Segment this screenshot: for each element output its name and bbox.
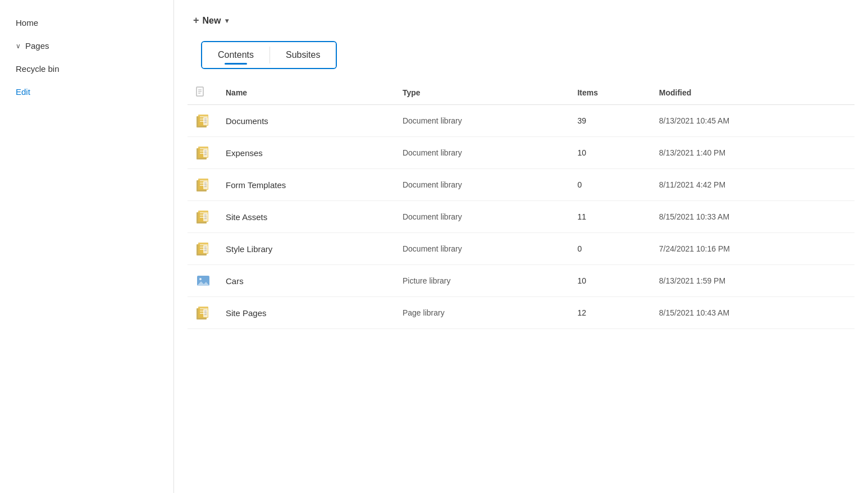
svg-rect-24 xyxy=(200,180,208,181)
row-type: Document library xyxy=(396,137,571,169)
table-row[interactable]: Expenses Document library 10 8/13/2021 1… xyxy=(188,137,855,169)
row-icon-cell xyxy=(188,201,219,233)
svg-rect-33 xyxy=(200,212,208,213)
row-icon-cell xyxy=(188,297,219,329)
toolbar: + New ▾ xyxy=(174,0,868,35)
row-icon-cell xyxy=(188,265,219,297)
row-name[interactable]: Documents xyxy=(219,105,396,137)
row-name[interactable]: Site Assets xyxy=(219,201,396,233)
edit-label: Edit xyxy=(16,87,30,97)
table-row[interactable]: Site Pages Page library 12 8/15/2021 10:… xyxy=(188,297,855,329)
recycle-bin-label: Recycle bin xyxy=(16,64,60,74)
row-items: 12 xyxy=(570,297,652,329)
row-modified: 8/13/2021 1:40 PM xyxy=(652,137,855,169)
row-icon xyxy=(194,145,212,161)
sidebar: Home ∨ Pages Recycle bin Edit xyxy=(0,0,174,493)
tab-subsites-label: Subsites xyxy=(286,50,320,60)
table-row[interactable]: Cars Picture library 10 8/13/2021 1:59 P… xyxy=(188,265,855,297)
row-icon xyxy=(194,305,212,321)
table-row[interactable]: Site Assets Document library 11 8/15/202… xyxy=(188,201,855,233)
row-icon xyxy=(194,209,212,225)
row-modified: 8/13/2021 1:59 PM xyxy=(652,265,855,297)
row-type: Document library xyxy=(396,105,571,137)
row-items: 10 xyxy=(570,137,652,169)
table-row[interactable]: Form Templates Document library 0 8/11/2… xyxy=(188,169,855,201)
row-items: 0 xyxy=(570,233,652,265)
chevron-down-icon: ▾ xyxy=(225,17,229,25)
table-area: Name Type Items Modified Documents Do xyxy=(174,69,868,493)
row-icon xyxy=(194,177,212,193)
row-type: Document library xyxy=(396,201,571,233)
svg-rect-9 xyxy=(203,117,208,125)
row-items: 10 xyxy=(570,265,652,297)
sidebar-item-recycle-bin[interactable]: Recycle bin xyxy=(0,57,173,80)
tab-contents[interactable]: Contents xyxy=(202,42,269,68)
svg-rect-6 xyxy=(200,116,208,117)
row-type: Document library xyxy=(396,233,571,265)
table-body: Documents Document library 39 8/13/2021 … xyxy=(188,105,855,329)
row-items: 0 xyxy=(570,169,652,201)
row-items: 11 xyxy=(570,201,652,233)
row-name[interactable]: Expenses xyxy=(219,137,396,169)
row-icon xyxy=(194,273,212,289)
svg-rect-27 xyxy=(203,181,208,189)
row-type: Page library xyxy=(396,297,571,329)
svg-rect-45 xyxy=(203,245,208,253)
svg-rect-36 xyxy=(203,213,208,221)
tab-container: Contents Subsites xyxy=(201,41,337,69)
row-icon-cell xyxy=(188,105,219,137)
svg-rect-57 xyxy=(203,309,208,317)
svg-rect-54 xyxy=(200,308,208,309)
header-doc-icon xyxy=(194,90,205,99)
row-modified: 7/24/2021 10:16 PM xyxy=(652,233,855,265)
sidebar-item-edit[interactable]: Edit xyxy=(0,80,173,103)
plus-icon: + xyxy=(193,15,199,26)
row-type: Document library xyxy=(396,169,571,201)
svg-point-50 xyxy=(199,278,202,280)
home-label: Home xyxy=(16,18,38,28)
sidebar-item-pages[interactable]: ∨ Pages xyxy=(0,34,173,57)
chevron-icon: ∨ xyxy=(16,42,21,50)
row-name[interactable]: Cars xyxy=(219,265,396,297)
row-icon xyxy=(194,113,212,129)
col-header-icon xyxy=(188,80,219,105)
new-button-label: New xyxy=(203,16,221,26)
row-icon-cell xyxy=(188,233,219,265)
table-header-row: Name Type Items Modified xyxy=(188,80,855,105)
svg-rect-18 xyxy=(203,149,208,157)
row-name[interactable]: Style Library xyxy=(219,233,396,265)
row-modified: 8/11/2021 4:42 PM xyxy=(652,169,855,201)
svg-rect-15 xyxy=(200,148,208,149)
col-header-name: Name xyxy=(219,80,396,105)
new-button[interactable]: + New ▾ xyxy=(188,11,234,30)
sidebar-item-home[interactable]: Home xyxy=(0,11,173,34)
table-row[interactable]: Documents Document library 39 8/13/2021 … xyxy=(188,105,855,137)
table-row[interactable]: Style Library Document library 0 7/24/20… xyxy=(188,233,855,265)
tab-contents-label: Contents xyxy=(218,50,254,60)
contents-table: Name Type Items Modified Documents Do xyxy=(188,80,855,329)
row-modified: 8/15/2021 10:43 AM xyxy=(652,297,855,329)
row-type: Picture library xyxy=(396,265,571,297)
main-content: + New ▾ Contents Subsites xyxy=(174,0,868,493)
row-icon-cell xyxy=(188,169,219,201)
row-icon xyxy=(194,241,212,257)
col-header-type: Type xyxy=(396,80,571,105)
row-modified: 8/13/2021 10:45 AM xyxy=(652,105,855,137)
col-header-items: Items xyxy=(570,80,652,105)
svg-rect-42 xyxy=(200,244,208,245)
row-items: 39 xyxy=(570,105,652,137)
pages-label: Pages xyxy=(25,41,49,51)
row-icon-cell xyxy=(188,137,219,169)
row-modified: 8/15/2021 10:33 AM xyxy=(652,201,855,233)
tab-subsites[interactable]: Subsites xyxy=(270,42,336,68)
row-name[interactable]: Site Pages xyxy=(219,297,396,329)
col-header-modified: Modified xyxy=(652,80,855,105)
row-name[interactable]: Form Templates xyxy=(219,169,396,201)
